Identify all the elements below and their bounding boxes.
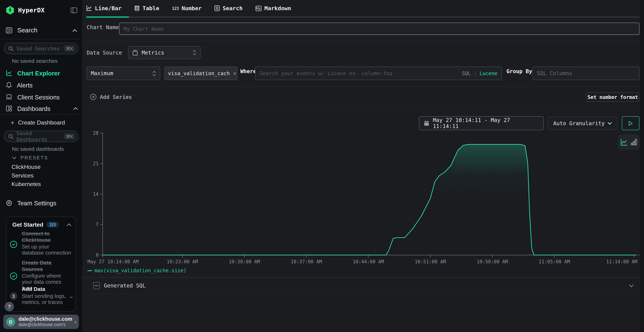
aggregation-select[interactable]: Maximum [86, 66, 160, 80]
sql-toggle[interactable]: SQL [462, 70, 471, 76]
lucene-toggle[interactable]: Lucene [480, 70, 498, 76]
y-tick-label: 28 [93, 130, 98, 136]
chevron-up-icon[interactable] [73, 107, 78, 110]
get-started-title: Get Started [12, 222, 43, 228]
saved-dashboards-placeholder: Saved Dashboards [16, 130, 64, 142]
divider [82, 41, 640, 42]
profile-team: dale@clickhouse.com's [18, 322, 74, 327]
plus-circle-icon [90, 94, 96, 100]
scrollbar-gutter[interactable] [640, 0, 644, 332]
shortcut-badge: ⌘K [64, 45, 75, 52]
metric-chip[interactable]: visa_validation_cach ✕ [164, 66, 238, 80]
generated-sql-label: Generated SQL [104, 283, 146, 289]
y-tick-label: 7 [96, 222, 98, 227]
select-chevrons-icon [193, 50, 196, 56]
sidebar-item-alerts[interactable]: Alerts [6, 81, 78, 89]
tab-table[interactable]: Table [134, 5, 159, 12]
main-content: Line/Bar Table 123 Number Search [82, 0, 644, 332]
chart-name-label: Chart Name [86, 24, 119, 30]
create-dashboard-button[interactable]: + Create Dashboard [11, 119, 65, 126]
bell-icon [6, 82, 12, 88]
laptop-icon [6, 94, 12, 100]
group-by-label: Group By [506, 68, 532, 74]
sidebar-item-label: Client Sessions [17, 94, 60, 100]
sidebar-item-chart-explorer[interactable]: Chart Explorer [6, 69, 78, 77]
data-source-select[interactable]: Metrics [128, 46, 200, 59]
preset-clickhouse[interactable]: ClickHouse [12, 164, 40, 170]
sidebar-item-client-sessions[interactable]: Client Sessions [6, 93, 78, 101]
tab-markdown[interactable]: Markdown [256, 5, 291, 12]
chevron-up-icon[interactable] [72, 29, 77, 32]
app-window: HyperDX Search Saved Searches ⌘K No save… [0, 0, 644, 332]
step-description: Start sending logs, metrics, or traces [22, 293, 72, 305]
sidebar-item-label: Chart Explorer [17, 70, 60, 76]
toggle-separator: | [474, 70, 477, 76]
series-line [103, 144, 636, 255]
team-settings-label: Team Settings [17, 200, 56, 206]
x-tick-label: 10:51:00 AM [415, 259, 446, 264]
sidebar-section-search[interactable]: Search [6, 26, 77, 35]
check-circle-icon [10, 240, 17, 248]
presets-toggle[interactable]: PRESETS [12, 155, 48, 161]
add-series-button[interactable]: Add Series [90, 94, 132, 100]
dashboards-icon [6, 105, 12, 112]
sidebar: HyperDX Search Saved Searches ⌘K No save… [0, 0, 82, 332]
get-started-step[interactable]: Add Data Start sending logs, metrics, or… [22, 286, 72, 305]
x-tick-label: 10:58:00 AM [477, 259, 508, 264]
active-tab-underline [86, 16, 129, 18]
get-started-step[interactable]: Connect to ClickHouse Set up your databa… [22, 230, 72, 256]
saved-dashboards-input[interactable]: Saved Dashboards ⌘K [4, 130, 78, 142]
arrow-right-icon[interactable]: → [68, 293, 74, 300]
tab-number[interactable]: 123 Number [172, 5, 202, 12]
tab-line-bar[interactable]: Line/Bar [86, 5, 122, 12]
step-title: Add Data [22, 286, 72, 292]
where-input[interactable]: Search your events w/ Lucene ex. column:… [255, 66, 502, 80]
x-tick-label: 10:23:00 AM [167, 259, 198, 264]
chevron-up-icon[interactable] [66, 223, 72, 226]
search-section-label: Search [17, 27, 38, 34]
close-icon[interactable]: ✕ [233, 70, 236, 76]
sidebar-item-dashboards[interactable]: Dashboards [6, 104, 78, 112]
group-by-input[interactable]: SQL Columns [532, 66, 640, 80]
chevron-down-icon [12, 156, 16, 159]
table-icon [134, 5, 140, 11]
presets-label: PRESETS [20, 155, 48, 161]
step-title: Connect to ClickHouse [22, 230, 72, 243]
create-dashboard-label: Create Dashboard [18, 119, 65, 126]
sidebar-item-label: Alerts [17, 82, 32, 88]
chevron-down-icon [608, 122, 612, 125]
step-title: Create Data Sources [22, 260, 72, 272]
get-started-header[interactable]: Get Started 2/3 [12, 221, 72, 228]
step-description: Set up your database connection [22, 244, 72, 256]
sidebar-item-team-settings[interactable]: Team Settings [6, 199, 78, 207]
chart-name-input[interactable]: My Chart Name [119, 22, 640, 35]
data-source-value: Metrics [142, 50, 164, 56]
chart-legend[interactable]: max(visa_validation_cache.size) [88, 268, 186, 274]
x-tick-label: 11:14:00 AM [606, 259, 638, 264]
number-123-icon: 123 [172, 6, 179, 10]
data-source-label: Data Source [86, 50, 122, 56]
user-profile-button[interactable]: D dale@clickhouse.com dale@clickhouse.co… [3, 315, 79, 329]
divider [82, 86, 640, 86]
preset-kubernetes[interactable]: Kubernetes [12, 181, 41, 187]
set-number-format-button[interactable]: Set number format [586, 92, 639, 102]
legend-series-name: max(visa_validation_cache.size) [94, 268, 186, 274]
y-tick-label: 14 [93, 191, 98, 197]
line-chart-icon [86, 5, 92, 11]
check-circle-icon [10, 272, 17, 280]
tab-search[interactable]: Search [214, 5, 243, 12]
preset-services[interactable]: Services [12, 172, 34, 179]
where-placeholder: Search your events w/ Lucene ex. column:… [260, 70, 392, 76]
series-area [103, 144, 636, 255]
code-icon: <> [93, 282, 100, 289]
markdown-icon [256, 6, 262, 11]
help-button[interactable]: ? [4, 302, 14, 312]
x-tick-label: 10:44:00 AM [353, 259, 384, 264]
saved-searches-input[interactable]: Saved Searches ⌘K [4, 43, 78, 54]
progress-badge: 2/3 [47, 222, 59, 228]
tab-label: Search [222, 5, 242, 12]
sidebar-collapse-icon[interactable] [71, 7, 77, 13]
timeseries-chart[interactable]: 07142128May 27 10:14:00 AM10:23:00 AM10:… [82, 127, 640, 268]
search-icon [8, 134, 14, 139]
generated-sql-toggle[interactable]: <> Generated SQL [82, 277, 640, 294]
